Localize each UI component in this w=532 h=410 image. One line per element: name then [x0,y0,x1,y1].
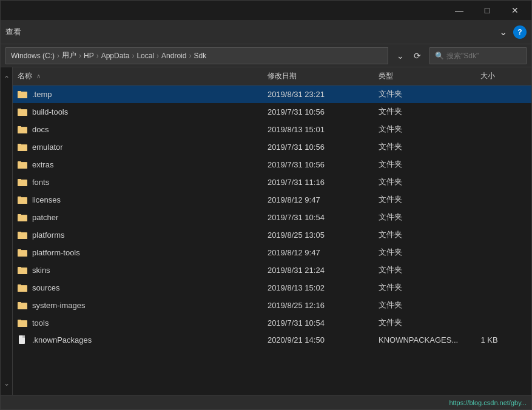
file-name-cell-0: .temp [13,86,263,103]
folder-icon [18,318,27,328]
file-list[interactable]: 名称 ∧ 修改日期 类型 大小 .temp2019/8/31 23:21文件夹 [13,67,531,395]
search-icon: 🔍 [435,52,444,60]
file-size [476,244,531,261]
toolbar-expand-button[interactable]: ⌄ [497,24,510,40]
sidebar-expand-arrow[interactable]: ⌄ [1,377,12,390]
file-name-cell-1: build-tools [13,103,263,121]
file-name: docs [32,125,49,134]
title-bar: — □ ✕ [1,1,531,20]
status-link[interactable]: https://blog.csdn.net/gby... [449,399,527,406]
folder-icon [18,230,27,240]
breadcrumb-appdata[interactable]: AppData [101,52,130,60]
table-row[interactable]: .temp2019/8/31 23:21文件夹 [13,86,531,103]
file-date: 2019/8/13 15:02 [263,279,374,297]
refresh-button[interactable]: ⟳ [410,49,425,63]
column-header-size[interactable]: 大小 [476,67,531,86]
file-type: 文件夹 [374,86,476,103]
file-type: 文件夹 [374,209,476,226]
file-size [476,279,531,297]
breadcrumb-users[interactable]: 用户 [62,50,76,61]
file-type: 文件夹 [374,103,476,121]
close-button[interactable]: ✕ [501,1,529,20]
column-header-type[interactable]: 类型 [374,67,476,86]
folder-icon [18,89,27,99]
breadcrumb-hp[interactable]: HP [84,52,94,60]
file-name-cell-13: tools [13,314,263,332]
svg-rect-3 [18,92,27,98]
file-name: system-images [32,301,85,310]
table-row[interactable]: build-tools2019/7/31 10:56文件夹 [13,103,531,121]
file-size [476,121,531,138]
file-name-cell-6: licenses [13,191,263,209]
table-row[interactable]: platforms2019/8/25 13:05文件夹 [13,226,531,244]
file-name: build-tools [32,107,68,116]
column-header-date[interactable]: 修改日期 [263,67,374,86]
table-row[interactable]: tools2019/7/31 10:54文件夹 [13,314,531,332]
svg-rect-35 [18,233,27,239]
file-name: platform-tools [32,248,80,257]
file-type: 文件夹 [374,173,476,191]
file-name: .knownPackages [32,335,92,344]
file-date: 2019/8/25 12:16 [263,297,374,314]
file-date: 2019/8/25 13:05 [263,226,374,244]
file-name: fonts [32,178,49,187]
svg-rect-7 [18,110,27,116]
folder-icon [18,265,27,275]
breadcrumb[interactable]: Windows (C:) › 用户 › HP › AppData › Local… [5,47,388,64]
table-row[interactable]: patcher2019/7/31 10:54文件夹 [13,209,531,226]
svg-rect-39 [18,250,27,257]
window: — □ ✕ 查看 ⌄ ? Windows (C:) › 用户 › HP › Ap… [0,0,532,410]
file-name-cell-10: skins [13,261,263,279]
table-row[interactable]: skins2019/8/31 21:24文件夹 [13,261,531,279]
toolbar-label: 查看 [5,27,21,38]
main-content: ⌃ ⌄ 名称 ∧ 修改日期 类型 大小 [1,67,531,395]
table-row[interactable]: platform-tools2019/8/12 9:47文件夹 [13,244,531,261]
file-name: patcher [32,213,58,222]
dropdown-button[interactable]: ⌄ [393,49,408,63]
sidebar-collapse-arrow[interactable]: ⌃ [1,72,12,86]
folder-icon [18,160,27,169]
breadcrumb-local[interactable]: Local [136,52,154,60]
svg-rect-19 [18,163,27,169]
file-type: 文件夹 [374,226,476,244]
table-row[interactable]: .knownPackages2020/9/21 14:50KNOWNPACKAG… [13,332,531,348]
file-name-cell-8: platforms [13,226,263,244]
minimize-button[interactable]: — [445,1,473,20]
svg-rect-27 [18,198,27,204]
address-bar: Windows (C:) › 用户 › HP › AppData › Local… [1,44,531,67]
table-row[interactable]: docs2019/8/13 15:01文件夹 [13,121,531,138]
help-button[interactable]: ? [513,25,527,39]
file-date: 2019/7/31 11:16 [263,173,374,191]
file-size [476,173,531,191]
svg-rect-11 [18,127,27,133]
column-header-name[interactable]: 名称 ∧ [13,67,263,86]
status-bar: https://blog.csdn.net/gby... [1,395,531,409]
file-size [476,86,531,103]
table-row[interactable]: emulator2019/7/31 10:56文件夹 [13,138,531,156]
table-row[interactable]: sources2019/8/13 15:02文件夹 [13,279,531,297]
svg-rect-31 [18,215,27,221]
breadcrumb-sdk[interactable]: Sdk [194,52,206,60]
table-row[interactable]: fonts2019/7/31 11:16文件夹 [13,173,531,191]
search-box[interactable]: 🔍 [429,47,527,64]
search-input[interactable] [446,52,519,60]
sidebar: ⌃ ⌄ [1,67,13,395]
file-date: 2019/8/31 21:24 [263,261,374,279]
svg-rect-51 [18,303,27,309]
file-table: 名称 ∧ 修改日期 类型 大小 .temp2019/8/31 23:21文件夹 [13,67,531,348]
table-row[interactable]: extras2019/7/31 10:56文件夹 [13,156,531,173]
table-row[interactable]: system-images2019/8/25 12:16文件夹 [13,297,531,314]
file-type: 文件夹 [374,244,476,261]
svg-rect-23 [18,180,27,186]
address-actions: ⌄ ⟳ [393,49,425,63]
toolbar: 查看 ⌄ ? [1,20,531,44]
folder-icon [18,283,27,292]
folder-icon [18,247,27,257]
table-row[interactable]: licenses2019/8/12 9:47文件夹 [13,191,531,209]
breadcrumb-android[interactable]: Android [161,52,186,60]
maximize-button[interactable]: □ [473,1,501,20]
file-date: 2019/7/31 10:54 [263,314,374,332]
file-size [476,209,531,226]
breadcrumb-drive[interactable]: Windows (C:) [11,52,55,60]
file-name-cell-3: emulator [13,138,263,156]
